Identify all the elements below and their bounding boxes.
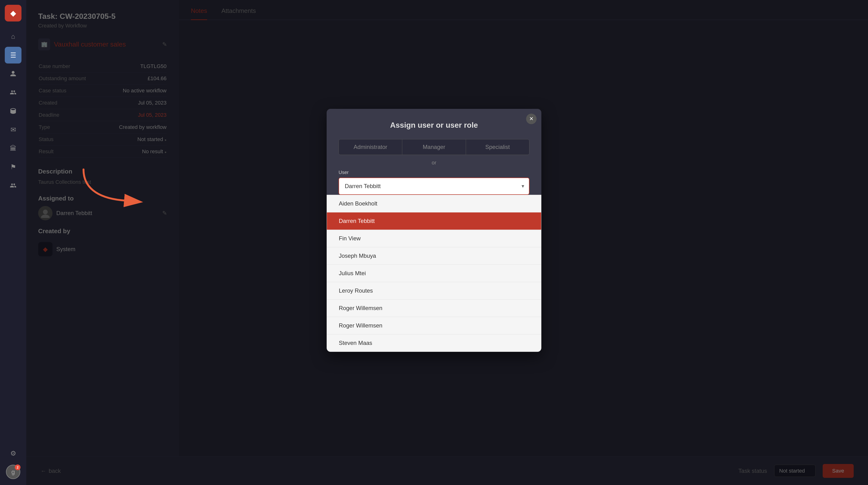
- sidebar-item-home[interactable]: ⌂: [5, 28, 22, 45]
- sidebar-item-group[interactable]: [5, 84, 22, 101]
- sidebar-item-analytics[interactable]: ⚑: [5, 158, 22, 175]
- dropdown-arrow-icon[interactable]: ▾: [517, 178, 529, 194]
- dropdown-item-steven[interactable]: Steven Maas: [327, 334, 541, 352]
- sidebar-item-database[interactable]: [5, 103, 22, 119]
- dropdown-item-leroy[interactable]: Leroy Routes: [327, 282, 541, 300]
- app-logo[interactable]: ◆: [5, 5, 22, 22]
- role-tab-administrator[interactable]: Administrator: [339, 140, 402, 155]
- modal-close-button[interactable]: ✕: [526, 114, 536, 124]
- user-field-label: User: [339, 170, 529, 175]
- dropdown-item-fin[interactable]: Fin View: [327, 230, 541, 247]
- dropdown-item-darren[interactable]: Darren Tebbitt: [327, 212, 541, 230]
- sidebar-item-settings[interactable]: ⚙: [5, 445, 22, 462]
- dropdown-list: Aiden Boekholt Darren Tebbitt Fin View J…: [327, 195, 541, 352]
- sidebar-item-contacts[interactable]: [5, 65, 22, 82]
- assign-user-modal: ✕ Assign user or user role Administrator…: [327, 109, 541, 352]
- role-tabs: Administrator Manager Specialist: [339, 139, 529, 155]
- modal-title: Assign user or user role: [339, 121, 529, 130]
- dropdown-item-roger1[interactable]: Roger Willemsen: [327, 300, 541, 317]
- user-avatar-container[interactable]: g 2: [5, 463, 22, 480]
- or-divider: or: [339, 160, 529, 166]
- sidebar-bottom: ⚙ g 2: [5, 445, 22, 480]
- sidebar: ◆ ⌂ ☰ ✉ 🏛 ⚑ ⚙ g 2: [0, 0, 26, 485]
- role-tab-manager[interactable]: Manager: [402, 140, 466, 155]
- sidebar-item-bank[interactable]: 🏛: [5, 140, 22, 157]
- notification-badge: 2: [15, 464, 21, 470]
- user-input-row: ▾: [339, 178, 529, 195]
- dropdown-item-roger2[interactable]: Roger Willemsen: [327, 317, 541, 334]
- sidebar-item-team[interactable]: [5, 177, 22, 194]
- sidebar-item-tasks[interactable]: ☰: [5, 47, 22, 63]
- sidebar-item-messages[interactable]: ✉: [5, 121, 22, 138]
- dropdown-item-joseph[interactable]: Joseph Mbuya: [327, 247, 541, 265]
- role-tab-specialist[interactable]: Specialist: [466, 140, 529, 155]
- dropdown-item-aiden[interactable]: Aiden Boekholt: [327, 195, 541, 212]
- dropdown-item-julius[interactable]: Julius Mtei: [327, 265, 541, 282]
- user-search-input[interactable]: [339, 178, 517, 194]
